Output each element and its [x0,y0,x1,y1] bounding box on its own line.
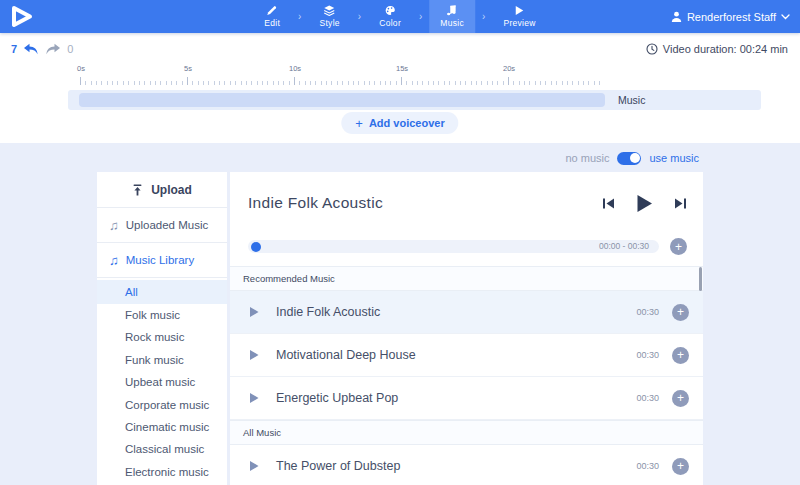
undo-count: 7 [11,43,17,55]
current-track-title: Indie Folk Acoustic [248,194,383,212]
add-voiceover-label: Add voiceover [369,117,445,129]
track-title: Motivational Deep House [276,348,416,362]
toggle-knob [630,153,640,163]
pencil-icon [267,5,278,16]
music-note-icon [447,5,458,16]
play-icon [515,5,525,16]
player-header: Indie Folk Acoustic [248,190,687,216]
list-scrollbar-thumb[interactable] [699,267,702,291]
category-cinematic[interactable]: Cinematic music [97,416,227,438]
palette-icon [384,5,396,16]
play-icon [249,392,259,404]
music-track-label: Music [618,90,645,110]
music-track-clip[interactable] [79,93,605,107]
next-track-icon [674,197,687,210]
music-notes-icon: ♫ [109,219,119,232]
video-duration-label: Video duration: 00:24 min [663,43,788,55]
track-row-motivational-deep-house[interactable]: Motivational Deep House 00:30 + [230,334,703,377]
music-library-panel: Indie Folk Acoustic 00:00 - 00:30 + [230,172,703,485]
tab-edit[interactable]: Edit [253,0,291,33]
edit-toolbar: 7 0 Video duration: 00:24 min [0,36,800,62]
sidebar-item-label: Music Library [126,254,194,266]
tab-style[interactable]: Style [308,0,350,33]
category-list: All Folk music Rock music Funk music Upb… [97,278,227,483]
track-row-energetic-upbeat-pop[interactable]: Energetic Upbeat Pop 00:30 + [230,377,703,420]
music-toggle-switch[interactable] [617,152,641,165]
play-icon [636,194,653,213]
account-name: Renderforest Staff [687,11,776,23]
add-track-button[interactable]: + [672,390,689,407]
track-row-indie-folk-acoustic[interactable]: Indie Folk Acoustic 00:30 + [230,291,703,334]
ruler-tick-label: 15s [396,64,408,73]
plus-icon: + [677,460,684,472]
category-electronic[interactable]: Electronic music [97,461,227,483]
playhead-handle[interactable] [251,242,261,252]
ruler-tick-label: 20s [503,64,515,73]
clock-icon [646,43,658,55]
tab-preview-label: Preview [503,18,535,28]
play-button[interactable] [636,194,653,213]
plus-icon: + [675,241,682,253]
add-track-button[interactable]: + [672,347,689,364]
upload-button[interactable]: Upload [97,172,227,208]
player-controls [602,194,687,213]
user-icon [671,11,682,22]
chevron-right-icon: › [475,0,492,33]
music-sidebar: Upload ♫ Uploaded Music ♫ Music Library … [97,172,227,485]
music-notes-icon: ♫ [109,254,119,267]
category-folk[interactable]: Folk music [97,304,227,326]
video-duration: Video duration: 00:24 min [646,36,788,62]
track-title: The Power of Dubstep [276,459,400,473]
tab-style-label: Style [319,18,339,28]
timeline-ruler-ticks [80,77,700,85]
ruler-tick-label: 0s [77,64,85,73]
plus-icon: + [677,392,684,404]
add-current-track-button[interactable]: + [670,238,687,255]
category-upbeat[interactable]: Upbeat music [97,371,227,393]
plus-icon: + [677,306,684,318]
progress-bar[interactable]: 00:00 - 00:30 [248,240,659,253]
sidebar-item-music-library[interactable]: ♫ Music Library [97,243,227,278]
tab-color[interactable]: Color [368,0,412,33]
sidebar-item-uploaded-music[interactable]: ♫ Uploaded Music [97,208,227,243]
step-navigation: Edit › Style › Color › Music › Preview [253,0,547,33]
tab-color-label: Color [379,18,401,28]
track-play-button[interactable] [249,460,259,472]
renderforest-logo-icon[interactable] [9,4,37,29]
tab-music[interactable]: Music [429,0,475,33]
track-play-button[interactable] [249,306,259,318]
category-funk[interactable]: Funk music [97,349,227,371]
music-track-row: Music [68,90,761,110]
undo-icon[interactable] [23,43,39,56]
track-duration: 00:30 [636,393,659,403]
sidebar-item-label: Uploaded Music [126,219,208,231]
account-menu[interactable]: Renderforest Staff [671,0,790,33]
add-track-button[interactable]: + [672,304,689,321]
redo-icon[interactable] [45,43,61,56]
add-voiceover-button[interactable]: + Add voiceover [341,112,458,134]
chevron-down-icon [781,14,790,20]
category-corporate[interactable]: Corporate music [97,394,227,416]
track-play-button[interactable] [249,392,259,404]
plus-icon: + [677,349,684,361]
plus-icon: + [355,116,363,131]
track-play-button[interactable] [249,349,259,361]
category-rock[interactable]: Rock music [97,326,227,348]
section-header-all-music: All Music [230,420,703,445]
track-title: Indie Folk Acoustic [276,305,380,319]
track-duration: 00:30 [636,307,659,317]
next-track-button[interactable] [674,197,687,210]
track-duration: 00:30 [636,350,659,360]
no-music-label: no music [565,152,609,164]
add-track-button[interactable]: + [672,458,689,475]
category-classical[interactable]: Classical music [97,438,227,460]
layers-icon [324,5,336,16]
app-header: Edit › Style › Color › Music › Preview [0,0,800,33]
track-row-the-power-of-dubstep[interactable]: The Power of Dubstep 00:30 + [230,445,703,485]
play-icon [249,306,259,318]
previous-track-button[interactable] [602,197,615,210]
play-icon [249,460,259,472]
category-all[interactable]: All [97,280,227,304]
tab-preview[interactable]: Preview [492,0,546,33]
ruler-tick-label: 5s [184,64,192,73]
